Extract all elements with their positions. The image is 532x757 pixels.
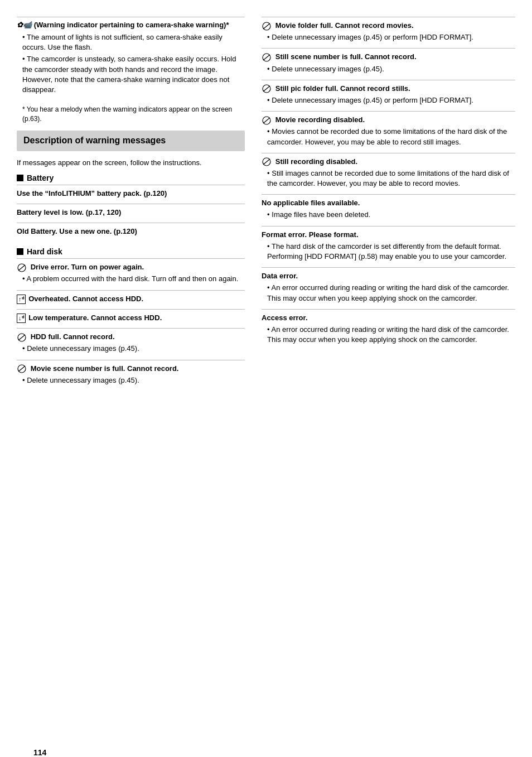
- right-entry-access-error: Access error. An error occurred during r…: [262, 309, 515, 351]
- right-access-error-bullet-1: An error occurred during reading or writ…: [267, 325, 515, 345]
- right-title-movie-rec-disabled: Movie recording disabled.: [262, 115, 515, 125]
- footnote: * You hear a melody when the warning ind…: [22, 105, 245, 124]
- right-movie-rec-disabled-text: Movie recording disabled.: [275, 115, 365, 124]
- page-layout: ✿📹 (Warning indicator pertaining to came…: [17, 17, 515, 391]
- temp-low-icon: ↓ᵈ: [17, 314, 26, 323]
- temp-high-icon: ↑ᵈ: [17, 295, 26, 304]
- hdd-full-text: HDD full. Cannot record.: [31, 332, 115, 341]
- no-record-icon-3: [17, 364, 27, 373]
- battery-entry-3: Old Battery. Use a new one. (p.120): [17, 223, 245, 242]
- hdd-low-temp-text: Low temperature. Cannot access HDD.: [28, 314, 162, 322]
- hdd-title-drive-error: Drive error. Turn on power again.: [17, 262, 245, 272]
- camera-shake-title: (Warning indicator pertaining to camera-…: [34, 21, 229, 29]
- right-still-pic-full-text: Still pic folder full. Cannot record sti…: [275, 84, 410, 93]
- camera-shake-bullets: The amount of lights is not sufficient, …: [17, 32, 245, 95]
- battery-title-1: Use the “InfoLITHIUM” battery pack. (p.1…: [17, 189, 245, 199]
- svg-line-15: [263, 159, 270, 165]
- no-record-icon-r4: [262, 116, 272, 125]
- camera-shake-header: ✿📹 (Warning indicator pertaining to came…: [17, 21, 245, 29]
- right-title-still-rec-disabled: Still recording disabled.: [262, 157, 515, 167]
- right-title-format-error: Format error. Please format.: [262, 230, 515, 240]
- svg-line-11: [263, 86, 270, 91]
- description-box-title: Description of warning messages: [23, 135, 238, 147]
- svg-line-7: [263, 23, 270, 29]
- right-access-error-bullets: An error occurred during reading or writ…: [262, 325, 515, 345]
- right-still-rec-disabled-bullets: Still images cannot be recorded due to s…: [262, 168, 515, 189]
- right-movie-folder-full-bullets: Delete unnecessary images (p.45) or perf…: [262, 32, 515, 42]
- svg-line-13: [263, 118, 270, 123]
- battery-label: Battery: [27, 173, 54, 182]
- no-record-icon-r3: [262, 84, 272, 93]
- right-entry-no-files: No applicable files available. Image fil…: [262, 194, 515, 225]
- right-no-files-bullet-1: Image files have been deleted.: [267, 210, 515, 220]
- right-still-rec-disabled-bullet-1: Still images cannot be recorded due to s…: [267, 168, 515, 189]
- hdd-entry-full: HDD full. Cannot record. Delete unnecess…: [17, 328, 245, 359]
- hdd-title-overheated: ↑ᵈ Overheated. Cannot access HDD.: [17, 294, 245, 304]
- hdd-entry-drive-error: Drive error. Turn on power again. A prob…: [17, 258, 245, 290]
- no-record-icon-r2: [262, 53, 272, 62]
- hdd-drive-error-bullet-1: A problem occurred with the hard disk. T…: [22, 274, 245, 284]
- right-format-error-bullet-1: The hard disk of the camcorder is set di…: [267, 242, 515, 262]
- no-record-icon-r1: [262, 22, 272, 31]
- svg-line-9: [263, 55, 270, 60]
- right-column: Movie folder full. Cannot record movies.…: [256, 17, 515, 391]
- camera-shake-icon: ✿📹: [17, 21, 32, 29]
- right-entry-still-rec-disabled: Still recording disabled. Still images c…: [262, 153, 515, 195]
- right-movie-rec-disabled-bullet-1: Movies cannot be recorded due to some li…: [267, 127, 515, 147]
- hdd-full-bullets: Delete unnecessary images (p.45).: [17, 344, 245, 354]
- right-still-pic-full-bullets: Delete unnecessary images (p.45) or perf…: [262, 95, 515, 105]
- harddisk-square-icon: [17, 248, 23, 255]
- page-number: 114: [33, 748, 46, 757]
- svg-line-1: [18, 265, 25, 271]
- no-record-icon-r5: [262, 157, 272, 166]
- right-title-data-error: Data error.: [262, 271, 515, 281]
- right-title-no-files: No applicable files available.: [262, 198, 515, 208]
- right-still-rec-disabled-text: Still recording disabled.: [275, 157, 357, 166]
- right-no-files-bullets: Image files have been deleted.: [262, 210, 515, 220]
- svg-line-5: [18, 366, 25, 372]
- hdd-entry-movie-scene-full: Movie scene number is full. Cannot recor…: [17, 360, 245, 391]
- right-entry-movie-rec-disabled: Movie recording disabled. Movies cannot …: [262, 111, 515, 153]
- hdd-entry-low-temp: ↓ᵈ Low temperature. Cannot access HDD.: [17, 309, 245, 328]
- battery-category: Battery: [17, 173, 245, 182]
- battery-title-3: Old Battery. Use a new one. (p.120): [17, 226, 245, 237]
- camera-shake-bullet-1: The amount of lights is not sufficient, …: [22, 32, 245, 52]
- right-still-scene-full-text: Still scene number is full. Cannot recor…: [275, 52, 417, 61]
- page-wrapper: ✿📹 (Warning indicator pertaining to came…: [17, 17, 515, 757]
- right-entry-still-scene-full: Still scene number is full. Cannot recor…: [262, 48, 515, 79]
- right-data-error-bullet-1: An error occurred during reading or writ…: [267, 283, 515, 303]
- no-record-icon-2: [17, 333, 27, 342]
- camera-shake-bullet-2: The camcorder is unsteady, so camera-sha…: [22, 54, 245, 95]
- hdd-movie-scene-full-bullets: Delete unnecessary images (p.45).: [17, 375, 245, 385]
- description-box: Description of warning messages: [17, 131, 245, 151]
- harddisk-category: Hard disk: [17, 247, 245, 256]
- camera-shake-section: ✿📹 (Warning indicator pertaining to came…: [17, 17, 245, 100]
- no-record-icon-1: [17, 263, 27, 272]
- battery-title-2: Battery level is low. (p.17, 120): [17, 208, 245, 218]
- svg-line-3: [18, 335, 25, 340]
- hdd-title-low-temp: ↓ᵈ Low temperature. Cannot access HDD.: [17, 313, 245, 323]
- right-entry-format-error: Format error. Please format. The hard di…: [262, 226, 515, 268]
- right-title-still-scene-full: Still scene number is full. Cannot recor…: [262, 52, 515, 62]
- hdd-title-full: HDD full. Cannot record.: [17, 332, 245, 342]
- right-movie-folder-full-bullet-1: Delete unnecessary images (p.45) or perf…: [267, 32, 515, 42]
- right-title-still-pic-full: Still pic folder full. Cannot record sti…: [262, 84, 515, 94]
- hdd-movie-scene-full-text: Movie scene number is full. Cannot recor…: [31, 364, 179, 373]
- hdd-entry-overheated: ↑ᵈ Overheated. Cannot access HDD.: [17, 290, 245, 309]
- hdd-drive-error-bullets: A problem occurred with the hard disk. T…: [17, 274, 245, 284]
- right-entry-still-pic-full: Still pic folder full. Cannot record sti…: [262, 80, 515, 111]
- right-format-error-bullets: The hard disk of the camcorder is set di…: [262, 242, 515, 262]
- right-still-scene-full-bullet-1: Delete unnecessary images (p.45).: [267, 64, 515, 74]
- section-intro: If messages appear on the screen, follow…: [17, 158, 245, 168]
- battery-entry-1: Use the “InfoLITHIUM” battery pack. (p.1…: [17, 185, 245, 204]
- hdd-movie-scene-full-bullet-1: Delete unnecessary images (p.45).: [22, 375, 245, 385]
- battery-square-icon: [17, 175, 23, 181]
- hdd-title-movie-scene-full: Movie scene number is full. Cannot recor…: [17, 364, 245, 374]
- right-data-error-bullets: An error occurred during reading or writ…: [262, 283, 515, 303]
- right-movie-folder-full-text: Movie folder full. Cannot record movies.: [275, 21, 414, 30]
- right-title-access-error: Access error.: [262, 313, 515, 323]
- battery-entry-2: Battery level is low. (p.17, 120): [17, 204, 245, 223]
- right-entry-movie-folder-full: Movie folder full. Cannot record movies.…: [262, 17, 515, 48]
- right-still-scene-full-bullets: Delete unnecessary images (p.45).: [262, 64, 515, 74]
- right-title-movie-folder-full: Movie folder full. Cannot record movies.: [262, 21, 515, 31]
